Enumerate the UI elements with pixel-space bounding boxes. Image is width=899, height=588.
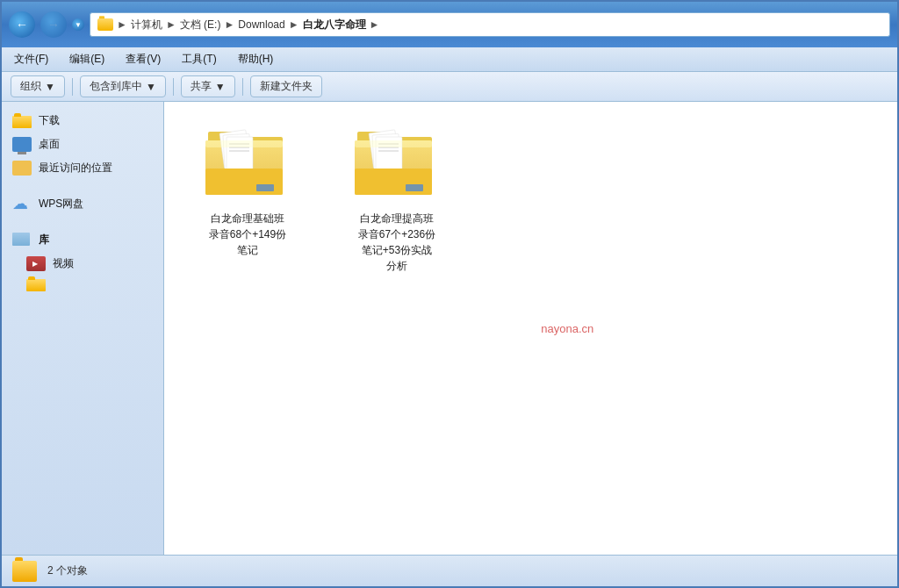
folder-icon-large-1 (204, 125, 291, 204)
breadcrumb-current[interactable]: 白龙八字命理 (303, 18, 366, 32)
svg-rect-24 (355, 140, 432, 147)
sidebar-section-library[interactable]: 库 (2, 228, 163, 252)
video-icon (26, 256, 46, 271)
monitor-icon (12, 137, 32, 152)
cloud-icon (12, 197, 32, 212)
sidebar: 下载 桌面 最近访问的位置 WPS网盘 库 (2, 102, 164, 555)
sidebar-item-recent[interactable]: 最近访问的位置 (2, 156, 163, 180)
sidebar-library-label: 库 (39, 233, 49, 247)
sidebar-item-download[interactable]: 下载 (2, 109, 163, 133)
sidebar-item-more[interactable] (2, 276, 163, 291)
svg-rect-25 (406, 184, 423, 191)
newfolder-button[interactable]: 新建文件夹 (250, 75, 322, 97)
folder-icon-2 (26, 276, 46, 291)
breadcrumb-sep-2: ► (224, 18, 234, 31)
content-area: nayona.cn (164, 102, 897, 555)
status-bar: 2 个对象 (2, 555, 897, 586)
explorer-window: ← → ▼ ► 计算机 ► 文档 (E:) ► Download ► 白龙八字命… (0, 0, 899, 588)
folder-icon (12, 113, 32, 128)
folder-item-2[interactable]: 白龙命理提高班录音67个+236份笔记+53份实战分析 (340, 125, 454, 274)
folder-item-1[interactable]: 白龙命理基础班录音68个+149份笔记 (191, 125, 305, 258)
library-button[interactable]: 包含到库中 ▼ (80, 75, 166, 97)
breadcrumb-drive[interactable]: 文档 (E:) (180, 18, 221, 32)
toolbar: 组织 ▼ 包含到库中 ▼ 共享 ▼ 新建文件夹 (2, 72, 897, 102)
breadcrumb-bar: ► 计算机 ► 文档 (E:) ► Download ► 白龙八字命理 ► (90, 12, 890, 37)
folder-label-1: 白龙命理基础班录音68个+149份笔记 (209, 211, 286, 258)
organize-button[interactable]: 组织 ▼ (11, 75, 65, 97)
menu-tools[interactable]: 工具(T) (178, 50, 219, 68)
breadcrumb-sep-1: ► (166, 18, 176, 31)
share-arrow: ▼ (215, 81, 226, 93)
folder-grid: 白龙命理基础班录音68个+149份笔记 (182, 116, 880, 283)
sidebar-item-video[interactable]: 视频 (2, 252, 163, 276)
nav-dropdown[interactable]: ▼ (72, 18, 84, 31)
sidebar-label-desktop: 桌面 (39, 137, 60, 152)
organize-label: 组织 (20, 79, 41, 94)
breadcrumb-sep-3: ► (289, 18, 299, 31)
location-icon (12, 161, 32, 176)
back-button[interactable]: ← (9, 11, 35, 38)
svg-rect-12 (256, 184, 274, 191)
main-area: 下载 桌面 最近访问的位置 WPS网盘 库 (2, 102, 897, 555)
menu-file[interactable]: 文件(F) (11, 50, 52, 68)
menu-help[interactable]: 帮助(H) (234, 50, 277, 68)
svg-rect-11 (205, 140, 283, 147)
status-folder-icon (12, 561, 37, 582)
address-bar: ← → ▼ ► 计算机 ► 文档 (E:) ► Download ► 白龙八字命… (2, 2, 897, 47)
sidebar-label-recent: 最近访问的位置 (39, 161, 112, 176)
breadcrumb-sep-4: ► (370, 18, 380, 31)
breadcrumb-computer[interactable]: 计算机 (131, 18, 162, 32)
status-text: 2 个对象 (47, 563, 88, 578)
toolbar-separator-2 (173, 78, 174, 96)
share-label: 共享 (191, 79, 212, 94)
watermark: nayona.cn (541, 322, 593, 335)
organize-arrow: ▼ (45, 81, 55, 93)
library-arrow: ▼ (146, 81, 156, 93)
breadcrumb-download[interactable]: Download (238, 18, 284, 31)
share-button[interactable]: 共享 ▼ (181, 75, 235, 97)
sidebar-item-desktop[interactable]: 桌面 (2, 133, 163, 156)
folder-label-2: 白龙命理提高班录音67个+236份笔记+53份实战分析 (358, 211, 435, 274)
newfolder-label: 新建文件夹 (260, 79, 313, 94)
sidebar-item-wps[interactable]: WPS网盘 (2, 192, 163, 216)
toolbar-separator-3 (242, 78, 243, 96)
toolbar-separator-1 (72, 78, 73, 96)
sidebar-label-wps: WPS网盘 (39, 197, 83, 212)
sidebar-label-download: 下载 (39, 113, 60, 128)
forward-button[interactable]: → (40, 11, 67, 38)
menu-view[interactable]: 查看(V) (122, 50, 164, 68)
breadcrumb-sep-0: ► (117, 18, 127, 31)
menu-edit[interactable]: 编辑(E) (66, 50, 108, 68)
breadcrumb-folder-icon (97, 18, 113, 31)
library-label: 包含到库中 (90, 79, 142, 94)
folder-icon-large-2 (353, 125, 441, 204)
sidebar-label-video: 视频 (53, 256, 74, 271)
library-icon (12, 233, 32, 247)
menu-bar: 文件(F) 编辑(E) 查看(V) 工具(T) 帮助(H) (2, 47, 897, 72)
